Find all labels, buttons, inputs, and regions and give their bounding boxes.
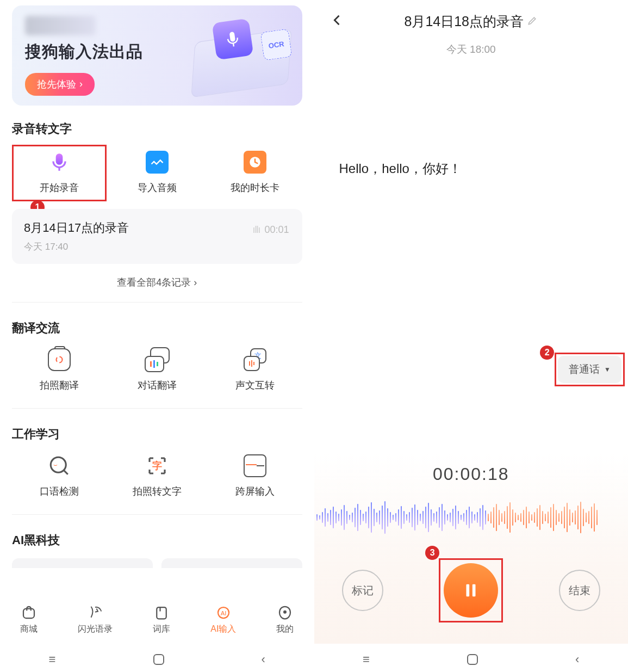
ai-card[interactable] [161, 558, 302, 568]
android-nav: ≡ ‹ [0, 647, 314, 672]
transcript-text: Hello，hello，你好！ [326, 160, 617, 177]
svg-rect-14 [472, 584, 476, 597]
home-icon[interactable] [467, 654, 478, 665]
banner-graphic: OCR [192, 14, 290, 96]
search-face-icon: ⌣ [48, 454, 71, 477]
svg-line-1 [233, 43, 234, 46]
back-button[interactable] [329, 13, 345, 30]
divider [12, 302, 302, 303]
mic-icon [212, 19, 253, 60]
bottom-nav: 商城 闪光语录 词库 AI AI输入 我的 [0, 596, 314, 644]
callout-badge-3: 3 [425, 546, 439, 560]
svg-rect-13 [467, 584, 470, 597]
svg-rect-0 [229, 32, 235, 42]
camera-icon [48, 348, 71, 371]
svg-text:AI: AI [220, 610, 226, 616]
screen-icon [244, 454, 266, 477]
divider [12, 408, 302, 409]
scan-text-icon: 字 [146, 454, 169, 477]
tab-ai[interactable]: AI AI输入 [210, 605, 236, 635]
start-record-button[interactable]: 开始录音 [12, 145, 107, 201]
back-icon[interactable]: ‹ [262, 652, 265, 667]
banner-title: 搜狗输入法出品 [25, 41, 143, 63]
end-button[interactable]: 结束 [559, 570, 600, 611]
speaking-test-button[interactable]: ⌣ 口语检测 [12, 450, 107, 503]
home-icon[interactable] [153, 654, 164, 665]
recording-time: 今天 17:40 [24, 241, 290, 253]
chevron-right-icon: › [79, 78, 83, 90]
chat-icon [146, 348, 169, 371]
highlight-3: 3 [439, 558, 503, 622]
mark-button[interactable]: 标记 [342, 570, 383, 611]
recorder-panel: 00:00:18 标记 3 结束 [314, 453, 629, 644]
svg-rect-8 [23, 609, 34, 619]
recording-title: 8月14日18点的录音 [404, 13, 524, 30]
chevron-down-icon: ▼ [604, 366, 611, 373]
recent-recording-item[interactable]: 8月14日17点的录音 今天 17:40 ıllı 00:01 [12, 209, 302, 264]
photo-translate-button[interactable]: 拍照翻译 [12, 344, 107, 397]
svg-point-5 [56, 357, 62, 363]
android-nav: ≡ ‹ [314, 647, 629, 672]
waveform [314, 496, 629, 539]
svg-point-12 [284, 611, 287, 613]
section-translate-title: 翻译交流 [12, 320, 302, 336]
highlight-2: 2 普通话 ▼ [555, 353, 625, 386]
photo-to-text-button[interactable]: 字 拍照转文字 [110, 450, 204, 503]
convert-icon: 文 [244, 348, 266, 371]
tab-store[interactable]: 商城 [20, 605, 38, 635]
rec-timer: 00:00:18 [314, 453, 629, 484]
recent-apps-icon[interactable]: ≡ [49, 652, 56, 667]
waveform-icon: ıllı [252, 224, 260, 236]
try-now-button[interactable]: 抢先体验 › [25, 73, 95, 96]
tab-quotes[interactable]: 闪光语录 [78, 605, 113, 635]
pause-button[interactable] [444, 563, 498, 618]
recording-duration: ıllı 00:01 [252, 224, 289, 236]
recording-detail-screen: 8月14日18点的录音 今天 18:00 Hello，hello，你好！ 2 普… [314, 0, 629, 672]
tab-me[interactable]: 我的 [276, 605, 294, 635]
svg-rect-2 [56, 153, 63, 165]
section-record-title: 录音转文字 [12, 121, 302, 137]
edit-icon[interactable] [527, 14, 538, 29]
cross-screen-button[interactable]: 跨屏输入 [208, 450, 302, 503]
ai-card[interactable] [12, 558, 153, 568]
clock-icon [244, 151, 266, 174]
import-audio-button[interactable]: 导入音频 [110, 145, 204, 201]
back-icon[interactable]: ‹ [575, 652, 579, 667]
section-ai-title: AI黑科技 [12, 532, 302, 548]
voice-text-convert-button[interactable]: 文 声文互转 [208, 344, 302, 397]
divider [12, 514, 302, 515]
callout-badge-2: 2 [540, 346, 554, 360]
view-all-link[interactable]: 查看全部4条记录 › [12, 276, 302, 289]
tab-dict[interactable]: 词库 [153, 605, 170, 635]
recent-apps-icon[interactable]: ≡ [363, 652, 370, 667]
recording-title: 8月14日17点的录音 [24, 220, 290, 236]
mic-icon [48, 151, 71, 174]
folder-icon [146, 151, 169, 174]
promo-banner[interactable]: 搜狗输入法出品 抢先体验 › OCR [12, 5, 302, 106]
chevron-right-icon: › [194, 277, 197, 288]
language-select[interactable]: 普通话 ▼ [558, 356, 621, 383]
ocr-tile: OCR [260, 29, 292, 61]
blurred-logo [25, 16, 96, 35]
section-work-title: 工作学习 [12, 426, 302, 442]
recording-datetime: 今天 18:00 [326, 42, 617, 57]
home-screen: 搜狗输入法出品 抢先体验 › OCR 录音转文字 开始录音 [0, 0, 314, 672]
svg-line-7 [64, 471, 68, 474]
svg-rect-9 [157, 607, 166, 619]
dialog-translate-button[interactable]: 对话翻译 [110, 344, 204, 397]
time-card-button[interactable]: 我的时长卡 [208, 145, 302, 201]
